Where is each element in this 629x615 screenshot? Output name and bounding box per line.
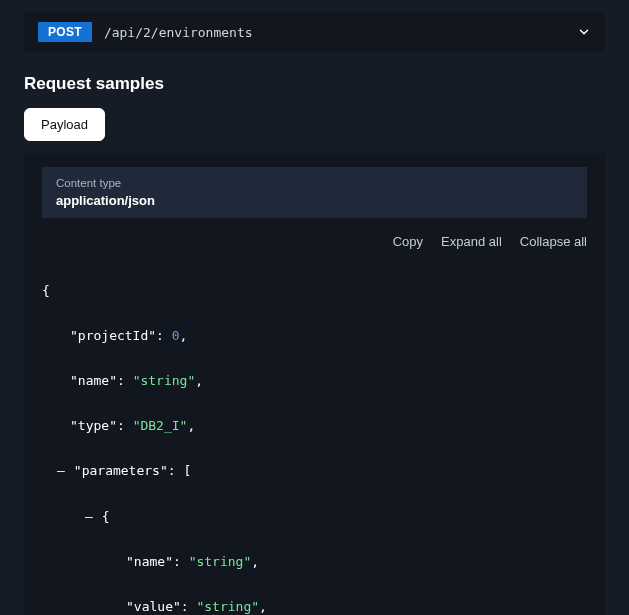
chevron-down-icon[interactable] bbox=[577, 25, 591, 39]
json-key: "name" bbox=[126, 554, 173, 569]
http-method-badge: POST bbox=[38, 22, 92, 42]
json-token: , bbox=[187, 418, 195, 433]
content-type-value: application/json bbox=[56, 193, 573, 208]
json-sample: { "projectId": 0, "name": "string", "typ… bbox=[42, 257, 587, 615]
json-key: "value" bbox=[126, 599, 181, 614]
json-value: 0 bbox=[172, 328, 180, 343]
json-value: "string" bbox=[196, 599, 259, 614]
json-key: "name" bbox=[70, 373, 117, 388]
code-actions-row: Copy Expand all Collapse all bbox=[42, 224, 587, 257]
json-token: : bbox=[117, 418, 133, 433]
content-type-box: Content type application/json bbox=[42, 167, 587, 218]
json-token: : bbox=[173, 554, 189, 569]
tab-payload[interactable]: Payload bbox=[24, 108, 105, 141]
section-heading: Request samples bbox=[24, 74, 605, 94]
json-key: "projectId" bbox=[70, 328, 156, 343]
collapse-toggle[interactable]: – bbox=[56, 460, 66, 483]
json-value: "DB2_I" bbox=[133, 418, 188, 433]
json-value: "string" bbox=[189, 554, 252, 569]
json-token: [ bbox=[183, 463, 191, 478]
json-token: , bbox=[251, 554, 259, 569]
json-token: { bbox=[102, 509, 110, 524]
json-token: , bbox=[259, 599, 267, 614]
copy-button[interactable]: Copy bbox=[393, 234, 423, 249]
content-type-label: Content type bbox=[56, 177, 573, 189]
json-token: , bbox=[180, 328, 188, 343]
collapse-all-button[interactable]: Collapse all bbox=[520, 234, 587, 249]
collapse-toggle[interactable]: – bbox=[84, 506, 94, 529]
json-token: { bbox=[42, 283, 50, 298]
json-token: : bbox=[117, 373, 133, 388]
json-token: : bbox=[181, 599, 197, 614]
sample-panel: Content type application/json Copy Expan… bbox=[24, 153, 605, 615]
json-value: "string" bbox=[133, 373, 196, 388]
endpoint-path: /api/2/environments bbox=[104, 25, 253, 40]
json-token: , bbox=[195, 373, 203, 388]
expand-all-button[interactable]: Expand all bbox=[441, 234, 502, 249]
json-key: "parameters" bbox=[74, 463, 168, 478]
json-token: : bbox=[156, 328, 172, 343]
endpoint-summary[interactable]: POST /api/2/environments bbox=[24, 12, 605, 52]
json-token: : bbox=[168, 463, 184, 478]
json-key: "type" bbox=[70, 418, 117, 433]
